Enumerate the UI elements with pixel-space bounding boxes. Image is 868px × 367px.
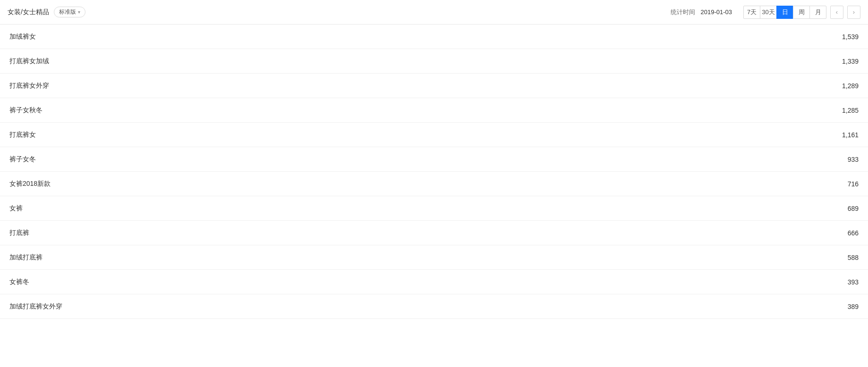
row-label: 打底裤女加绒 — [9, 57, 49, 66]
row-value: 389 — [848, 303, 859, 310]
row-value: 716 — [848, 180, 859, 188]
time-btn-7天[interactable]: 7天 — [743, 6, 760, 19]
row-label: 打底裤女 — [9, 131, 36, 139]
badge-label: 标准版 — [59, 8, 76, 16]
table-row: 女裤2018新款716 — [0, 172, 868, 196]
chevron-down-icon: ▾ — [78, 9, 80, 15]
row-label: 加绒打底裤女外穿 — [9, 302, 62, 311]
row-value: 1,285 — [842, 107, 859, 114]
row-label: 裤子女秋冬 — [9, 106, 43, 115]
row-value: 588 — [848, 254, 859, 261]
row-value: 1,161 — [842, 131, 859, 139]
table-row: 女裤689 — [0, 196, 868, 221]
table-row: 打底裤女加绒1,339 — [0, 49, 868, 74]
row-label: 女裤2018新款 — [9, 180, 51, 188]
row-label: 加绒打底裤 — [9, 253, 43, 262]
table-row: 打底裤666 — [0, 221, 868, 245]
page-title: 女装/女士精品 — [8, 8, 49, 17]
row-label: 裤子女冬 — [9, 155, 36, 164]
time-btn-月[interactable]: 月 — [809, 6, 826, 19]
header-right: 统计时间 2019-01-03 7天30天日周月 ‹ › — [671, 6, 861, 19]
table-row: 加绒打底裤女外穿389 — [0, 294, 868, 319]
table-row: 加绒裤女1,539 — [0, 25, 868, 49]
time-btn-日[interactable]: 日 — [776, 6, 793, 19]
header-left: 女装/女士精品 标准版 ▾ — [8, 7, 85, 17]
table-row: 裤子女冬933 — [0, 147, 868, 172]
row-value: 1,339 — [842, 58, 859, 65]
time-btn-30天[interactable]: 30天 — [760, 6, 777, 19]
time-btn-周[interactable]: 周 — [793, 6, 810, 19]
row-label: 打底裤女外穿 — [9, 82, 49, 90]
time-range-group: 7天30天日周月 — [743, 6, 826, 19]
version-badge[interactable]: 标准版 ▾ — [54, 7, 85, 17]
row-label: 女裤 — [9, 204, 23, 213]
row-value: 393 — [848, 278, 859, 286]
next-button[interactable]: › — [847, 6, 860, 19]
stat-time-value: 2019-01-03 — [701, 8, 732, 16]
stat-time-label: 统计时间 — [671, 8, 695, 17]
row-label: 女裤冬 — [9, 278, 29, 286]
table-row: 加绒打底裤588 — [0, 245, 868, 270]
row-value: 1,539 — [842, 33, 859, 41]
page-header: 女装/女士精品 标准版 ▾ 统计时间 2019-01-03 7天30天日周月 ‹… — [0, 0, 868, 25]
row-label: 加绒裤女 — [9, 33, 36, 41]
row-value: 1,289 — [842, 82, 859, 90]
row-value: 689 — [848, 205, 859, 212]
table-row: 裤子女秋冬1,285 — [0, 98, 868, 123]
row-value: 666 — [848, 229, 859, 237]
data-table: 加绒裤女1,539打底裤女加绒1,339打底裤女外穿1,289裤子女秋冬1,28… — [0, 25, 868, 319]
row-value: 933 — [848, 156, 859, 163]
table-row: 打底裤女1,161 — [0, 123, 868, 147]
prev-button[interactable]: ‹ — [830, 6, 843, 19]
table-row: 女裤冬393 — [0, 270, 868, 294]
row-label: 打底裤 — [9, 229, 29, 237]
table-row: 打底裤女外穿1,289 — [0, 74, 868, 98]
